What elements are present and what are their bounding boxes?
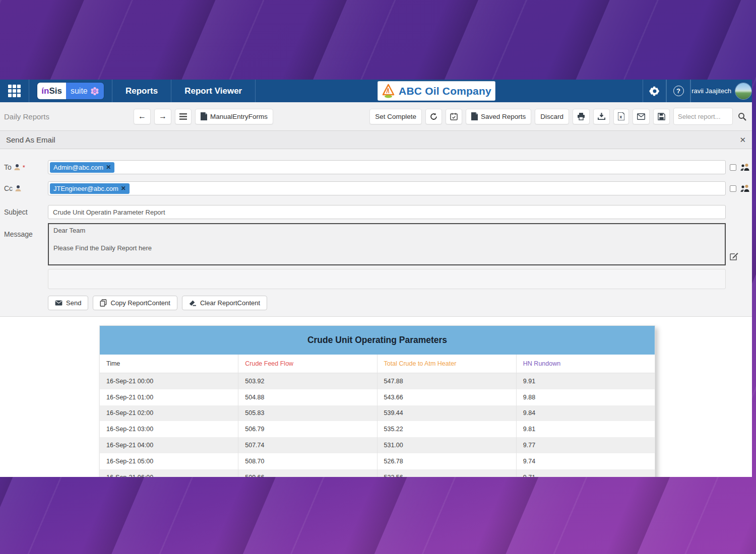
discard-button[interactable]: Discard [535,109,569,124]
table-cell: 9.91 [517,373,655,389]
calendar-button[interactable] [446,109,462,124]
subject-label-group: Subject [4,208,48,216]
copy-report-content-button[interactable]: Copy ReportContent [93,296,177,310]
table-row: 16-Sep-21 05:00508.70526.789.74 [100,453,655,469]
table-cell: 539.44 [377,405,517,422]
calendar-icon [450,113,458,120]
table-row: 16-Sep-21 03:00506.79535.229.81 [100,421,655,437]
brand-part2: Sis [49,86,62,96]
cc-input[interactable]: JTEngineer@abc.com ✕ [48,181,726,195]
report-table: Crude Unit Operating Parameters TimeCrud… [99,325,655,477]
save-icon [658,113,665,120]
toolbar-right-group: Set Complete Saved [369,108,748,125]
email-report-button[interactable] [633,109,650,124]
table-cell: 9.74 [517,453,655,469]
subject-input[interactable]: Crude Unit Operatin Parameter Report [48,205,726,219]
subject-value: Crude Unit Operatin Parameter Report [53,209,165,216]
table-cell: 547.88 [377,373,517,389]
table-cell: 9.77 [517,437,655,453]
table-cell: 535.22 [377,421,517,437]
save-button[interactable] [653,109,670,124]
address-book-icon[interactable] [740,184,750,192]
nav-tab-reports[interactable]: Reports [112,80,171,102]
manual-entry-forms-label: ManualEntryForms [210,113,268,120]
brand-part1: ín [41,86,49,96]
help-button[interactable]: ? [666,80,690,102]
forward-button[interactable]: → [154,109,171,124]
flower-icon [90,87,99,96]
to-input[interactable]: Admin@abc.com ✕ [48,160,726,174]
refresh-button[interactable] [425,109,442,124]
message-line1: Dear Team [53,227,720,234]
list-icon [179,113,187,120]
printer-icon [577,113,585,120]
table-row: 16-Sep-21 00:00503.92547.889.91 [100,373,655,389]
send-button[interactable]: Send [48,296,88,310]
brand-pill: ínSis suite [37,83,103,99]
table-cell: 508.70 [238,453,377,469]
search-report-button[interactable] [736,112,748,121]
message-extras [730,252,738,260]
saved-reports-button[interactable]: Saved Reports [466,109,531,124]
select-report-input[interactable] [673,108,733,125]
set-complete-button[interactable]: Set Complete [369,109,422,124]
message-label-group: Message [4,223,48,238]
table-cell: 16-Sep-21 06:00 [100,469,238,477]
envelope-icon [637,113,645,120]
report-table-header-row: TimeCrude Feed FlowTotal Crude to Atm He… [100,355,655,373]
brand-logo[interactable]: ínSis suite [29,80,112,102]
attachment-area[interactable] [48,269,726,289]
remove-recipient-icon[interactable]: ✕ [121,185,126,192]
person-icon [14,164,21,171]
settings-button[interactable] [643,80,666,102]
app-launcher-button[interactable] [0,80,29,102]
clear-label: Clear ReportContent [200,299,260,307]
message-line2: Please Find the Daily Report here [53,244,720,252]
discard-label: Discard [540,113,563,120]
person-icon [15,185,22,192]
company-name: ABC Oil Company [399,85,491,97]
gear-icon [649,86,660,97]
table-cell: 16-Sep-21 02:00 [100,405,238,422]
user-menu[interactable]: ravii Jaajitech [690,80,752,102]
table-cell: 509.66 [238,469,377,477]
email-to-row: To * Admin@abc.com ✕ [4,160,752,174]
forward-arrow-icon: → [159,112,167,120]
column-header: HN Rundown [517,355,655,373]
to-checkbox[interactable] [730,164,736,171]
send-as-email-panel: Send As Email ✕ To * Admin@abc.com ✕ [0,131,752,317]
table-cell: 9.71 [517,469,655,477]
to-extras [730,163,750,171]
cc-recipient-email: JTEngineer@abc.com [53,185,118,192]
manual-entry-forms-button[interactable]: ManualEntryForms [195,109,273,124]
cc-checkbox[interactable] [730,185,736,192]
table-cell: 505.83 [238,405,377,422]
message-textarea[interactable]: Dear Team Please Find the Daily Report h… [48,223,726,265]
download-button[interactable] [593,109,610,124]
clear-report-content-button[interactable]: Clear ReportContent [182,296,267,310]
address-book-icon[interactable] [740,163,750,171]
report-list-button[interactable] [175,109,192,124]
cc-label-group: Cc [4,184,48,192]
app-window: ínSis suite Reports Report Viewer [0,80,752,477]
column-header: Total Crude to Atm Heater [377,355,517,373]
report-content-area: Crude Unit Operating Parameters TimeCrud… [0,317,752,477]
grid-icon [8,85,21,97]
company-logo-icon [382,84,395,99]
export-excel-button[interactable]: x [613,109,629,124]
column-header: Crude Feed Flow [238,355,377,373]
top-navbar: ínSis suite Reports Report Viewer [0,80,752,102]
close-icon[interactable]: ✕ [739,135,746,145]
print-button[interactable] [573,109,590,124]
back-button[interactable]: ← [134,109,151,124]
remove-recipient-icon[interactable]: ✕ [106,164,111,171]
nav-tab-report-viewer[interactable]: Report Viewer [171,80,256,102]
edit-icon[interactable] [730,252,738,260]
table-cell: 9.84 [517,405,655,422]
report-table-body: 16-Sep-21 00:00503.92547.889.9116-Sep-21… [100,373,655,477]
table-cell: 503.92 [238,373,377,389]
download-icon [598,113,605,120]
table-cell: 506.79 [238,421,377,437]
back-arrow-icon: ← [138,112,146,120]
company-badge: ABC Oil Company [378,82,495,100]
